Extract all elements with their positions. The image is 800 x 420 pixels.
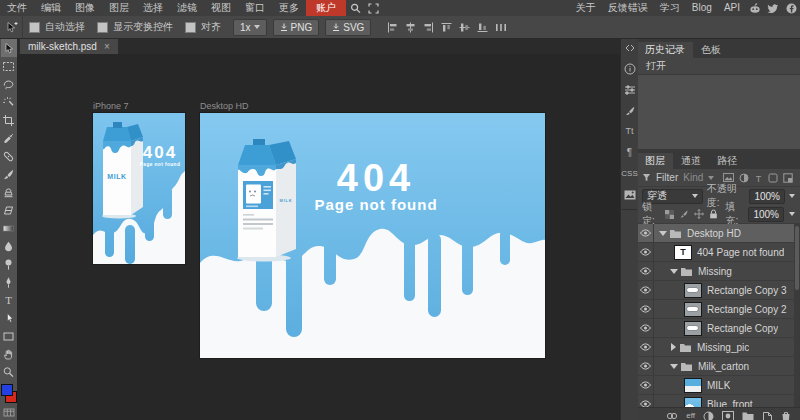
shape-layer-thumbnail[interactable]	[684, 283, 702, 298]
color-swatches[interactable]	[1, 384, 17, 403]
layers-scrollbar[interactable]	[794, 224, 800, 407]
foreground-color-swatch[interactable]	[1, 384, 13, 396]
document-tab[interactable]: milk-sketch.psd ×	[20, 38, 118, 54]
delete-layer-icon[interactable]	[781, 411, 791, 420]
history-entry-open[interactable]: 打开	[637, 58, 800, 74]
new-layer-icon[interactable]	[762, 411, 773, 420]
layer-row[interactable]: Missing	[637, 262, 800, 281]
paragraph-panel-icon[interactable]: ¶	[622, 146, 637, 159]
blur-tool[interactable]	[1, 237, 17, 255]
shape-tool[interactable]	[1, 327, 17, 345]
brush-panel-icon[interactable]	[622, 104, 637, 117]
filter-kind-dropdown[interactable]: Kind	[683, 172, 703, 183]
filter-funnel-icon[interactable]	[642, 173, 651, 182]
account-button[interactable]: 账户	[306, 0, 346, 16]
image-panel-icon[interactable]	[622, 188, 637, 201]
filter-type-icon[interactable]: T	[754, 173, 763, 183]
eraser-tool[interactable]	[1, 201, 17, 219]
layer-row[interactable]: Rectangle Copy	[637, 319, 800, 338]
link-layers-icon[interactable]	[666, 411, 678, 420]
visibility-eye-icon[interactable]	[637, 319, 654, 337]
path-select-tool[interactable]	[1, 309, 17, 327]
gradient-tool[interactable]	[1, 219, 17, 237]
fill-value[interactable]: 100%	[748, 207, 784, 222]
image-layer-thumbnail[interactable]	[684, 378, 702, 393]
menu-about[interactable]: 关于	[570, 0, 602, 16]
filter-shape-icon[interactable]	[768, 173, 778, 183]
chevron-down-icon[interactable]	[789, 194, 795, 198]
artboard-iphone[interactable]: MILK 404 Page not found	[93, 113, 185, 264]
export-scale-dropdown[interactable]: 1x	[233, 19, 267, 36]
visibility-eye-icon[interactable]	[637, 338, 654, 356]
align-right-icon[interactable]	[423, 22, 434, 33]
layer-row[interactable]: T 404 Page not found	[637, 243, 800, 262]
visibility-eye-icon[interactable]	[637, 243, 654, 261]
lock-all-icon[interactable]	[709, 208, 718, 220]
canvas-area[interactable]: iPhone 7 Desktop HD	[17, 54, 620, 420]
fullscreen-icon[interactable]	[364, 0, 382, 16]
tab-layers[interactable]: 图层	[637, 153, 673, 169]
layer-row[interactable]: Rectangle Copy 3	[637, 281, 800, 300]
visibility-eye-icon[interactable]	[637, 300, 654, 318]
align-top-icon[interactable]	[441, 22, 452, 33]
snap-checkbox[interactable]: 对齐	[185, 20, 221, 34]
checkbox-box[interactable]	[29, 22, 40, 33]
marquee-tool[interactable]	[1, 57, 17, 75]
distribute-horizontal-icon[interactable]	[495, 22, 507, 33]
menu-select[interactable]: 选择	[136, 0, 170, 16]
twitter-icon[interactable]	[764, 0, 782, 16]
shape-layer-thumbnail[interactable]	[684, 321, 702, 336]
visibility-eye-icon[interactable]	[637, 376, 654, 394]
eyedropper-tool[interactable]	[1, 129, 17, 147]
align-bottom-icon[interactable]	[477, 22, 488, 33]
move-tool[interactable]	[1, 39, 17, 57]
lasso-tool[interactable]	[1, 75, 17, 93]
layer-mask-icon[interactable]	[722, 411, 734, 420]
filter-pixel-icon[interactable]	[723, 173, 734, 182]
healing-brush-tool[interactable]	[1, 147, 17, 165]
layer-row[interactable]: Missing_pic	[637, 338, 800, 357]
expand-caret-icon[interactable]	[659, 231, 667, 236]
menu-file[interactable]: 文件	[0, 0, 34, 16]
menu-report-bug[interactable]: 反馈错误	[602, 0, 654, 16]
checkbox-box[interactable]	[97, 22, 108, 33]
chevron-down-icon[interactable]	[789, 212, 795, 216]
new-group-icon[interactable]	[742, 411, 754, 420]
tab-swatches[interactable]: 色板	[693, 42, 729, 58]
checkbox-box[interactable]	[185, 22, 196, 33]
menu-view[interactable]: 视图	[204, 0, 238, 16]
visibility-eye-icon[interactable]	[637, 395, 654, 407]
visibility-eye-icon[interactable]	[637, 357, 654, 375]
menu-layer[interactable]: 图层	[102, 0, 136, 16]
close-icon[interactable]: ×	[104, 41, 110, 52]
dodge-tool[interactable]	[1, 255, 17, 273]
menu-blog[interactable]: Blog	[686, 0, 718, 16]
align-left-icon[interactable]	[387, 22, 398, 33]
layer-row[interactable]: Milk_carton	[637, 357, 800, 376]
expand-caret-icon[interactable]	[670, 269, 678, 274]
menu-edit[interactable]: 编辑	[34, 0, 68, 16]
lock-pixels-icon[interactable]	[679, 208, 689, 220]
align-middle-icon[interactable]	[459, 22, 470, 33]
reddit-icon[interactable]	[746, 0, 764, 16]
hand-tool[interactable]	[1, 345, 17, 363]
tab-channels[interactable]: 通道	[673, 153, 709, 169]
properties-panel-icon[interactable]	[622, 83, 637, 96]
text-layer-thumbnail[interactable]: T	[674, 245, 692, 260]
filter-adjustment-icon[interactable]	[739, 173, 749, 183]
pen-tool[interactable]	[1, 273, 17, 291]
zoom-tool[interactable]	[1, 363, 17, 381]
collapsed-caret-icon[interactable]	[671, 343, 676, 351]
lock-position-icon[interactable]	[694, 208, 704, 220]
artboard-desktop[interactable]: MILK 404 Page not found	[200, 113, 545, 358]
tab-history[interactable]: 历史记录	[637, 42, 693, 58]
artboard-label-desktop[interactable]: Desktop HD	[200, 101, 249, 111]
facebook-icon[interactable]	[782, 0, 800, 16]
search-icon[interactable]	[346, 0, 364, 16]
layer-effects-icon[interactable]: eff	[686, 412, 695, 420]
export-png-button[interactable]: PNG	[273, 19, 320, 36]
expand-caret-icon[interactable]	[670, 364, 678, 369]
export-svg-button[interactable]: SVG	[325, 19, 371, 36]
auto-select-checkbox[interactable]: 自动选择	[29, 20, 85, 34]
tab-paths[interactable]: 路径	[709, 153, 745, 169]
